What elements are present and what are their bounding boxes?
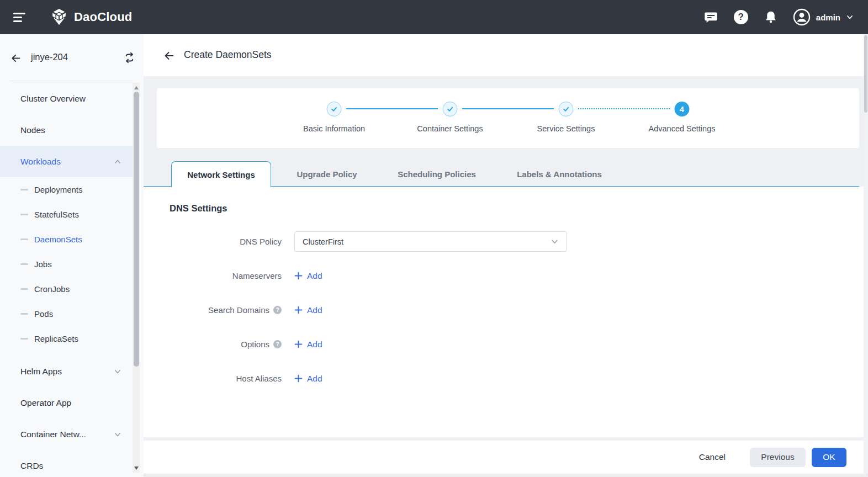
step-connector: [462, 108, 554, 109]
previous-button[interactable]: Previous: [750, 448, 806, 467]
sidebar-item-jobs[interactable]: Jobs: [0, 252, 133, 277]
dns-policy-label: DNS Policy: [240, 237, 282, 246]
main-vertical-scrollbar-thumb[interactable]: [864, 35, 867, 113]
page-back-icon[interactable]: [163, 50, 175, 64]
cluster-name: jinye-204: [31, 52, 68, 62]
sidebar-item-label: Deployments: [34, 185, 83, 194]
main-horizontal-scrollbar[interactable]: [144, 474, 868, 477]
cluster-back-icon[interactable]: [10, 52, 22, 66]
sidebar-item-label: Jobs: [34, 259, 52, 269]
host-aliases-label: Host Aliases: [236, 374, 282, 383]
hamburger-menu-icon[interactable]: [13, 13, 27, 22]
brand: DaoCloud: [50, 8, 132, 26]
chevron-down-icon: [551, 237, 559, 246]
dns-policy-row: DNS Policy ClusterFirst: [144, 231, 567, 252]
nameservers-add-button[interactable]: Add: [294, 271, 322, 281]
nameservers-row: Nameservers Add: [144, 266, 322, 286]
sidebar-item-replicasets[interactable]: ReplicaSets: [0, 326, 133, 351]
dash-icon: [20, 288, 28, 290]
search-domains-label: Search Domains: [208, 305, 269, 315]
daocloud-logo-icon: [50, 8, 68, 26]
sidebar-item-statefulsets[interactable]: StatefulSets: [0, 202, 133, 227]
main-vertical-scrollbar[interactable]: [864, 34, 868, 474]
brand-name: DaoCloud: [74, 10, 132, 24]
help-glyph: ?: [738, 12, 744, 23]
dash-icon: [20, 313, 28, 315]
dash-icon: [20, 263, 28, 265]
tab-content: DNS Settings DNS Policy ClusterFirst Nam…: [144, 187, 868, 437]
user-name: admin: [816, 13, 840, 22]
scroll-up-icon[interactable]: [133, 84, 140, 91]
section-title: DNS Settings: [170, 203, 227, 214]
tab-labels-annotations[interactable]: Labels & Annotations: [517, 161, 602, 187]
sidebar-scrollbar-thumb[interactable]: [134, 92, 139, 367]
sidebar-item-label: CRDs: [20, 461, 43, 471]
sidebar-item-pods[interactable]: Pods: [0, 301, 133, 326]
step-label: Container Settings: [417, 124, 483, 133]
step-3-done-icon: [559, 102, 574, 116]
app-root: DaoCloud ?: [0, 0, 868, 477]
sidebar: jinye-204 Cluster Overview Nodes Workloa…: [0, 34, 144, 477]
nameservers-label: Nameservers: [232, 271, 282, 280]
notifications-bell-icon[interactable]: [763, 9, 779, 25]
dns-policy-select[interactable]: ClusterFirst: [294, 231, 567, 252]
ok-button[interactable]: OK: [812, 448, 846, 467]
plus-icon: [294, 374, 303, 383]
sidebar-scrollbar[interactable]: [133, 83, 140, 473]
sidebar-item-label: ReplicaSets: [34, 334, 78, 343]
tab-bar: Network Settings Upgrade Policy Scheduli…: [144, 161, 859, 187]
help-icon[interactable]: ?: [733, 9, 749, 25]
chevron-down-icon: [114, 368, 121, 375]
tab-scheduling-policies[interactable]: Scheduling Policies: [398, 161, 476, 187]
sidebar-item-deployments[interactable]: Deployments: [0, 177, 133, 202]
switch-cluster-icon[interactable]: [124, 52, 135, 66]
sidebar-item-cronjobs[interactable]: CronJobs: [0, 277, 133, 301]
sidebar-item-label: Helm Apps: [20, 367, 62, 377]
cancel-button[interactable]: Cancel: [699, 452, 726, 462]
step-4-number: 4: [675, 102, 690, 116]
sidebar-item-label: StatefulSets: [34, 210, 79, 219]
page-title: Create DaemonSets: [184, 49, 272, 61]
dns-policy-value: ClusterFirst: [303, 237, 343, 246]
tab-network-settings[interactable]: Network Settings: [171, 161, 271, 187]
step-label: Advanced Settings: [649, 124, 716, 133]
options-add-button[interactable]: Add: [294, 340, 322, 349]
sidebar-item-daemonsets[interactable]: DaemonSets: [0, 227, 133, 252]
page-header: Create DaemonSets: [144, 34, 868, 76]
avatar: [793, 8, 811, 26]
options-label: Options: [241, 340, 269, 349]
stepper: 4 Basic Information Container Settings S…: [157, 88, 859, 148]
sidebar-header: jinye-204: [0, 34, 144, 81]
sidebar-item-label: DaemonSets: [34, 235, 82, 244]
dash-icon: [20, 189, 28, 190]
sidebar-item-crds[interactable]: CRDs: [0, 450, 133, 473]
scroll-down-icon[interactable]: [133, 464, 140, 471]
sidebar-item-label: CronJobs: [34, 284, 70, 294]
user-menu[interactable]: admin: [793, 8, 854, 26]
search-domains-row: Search Domains ? Add: [144, 300, 322, 320]
tab-upgrade-policy[interactable]: Upgrade Policy: [297, 161, 357, 187]
host-aliases-add-button[interactable]: Add: [294, 374, 322, 384]
step-label: Service Settings: [537, 124, 595, 133]
search-domains-add-button[interactable]: Add: [294, 305, 322, 315]
help-icon[interactable]: ?: [273, 340, 282, 348]
dash-icon: [20, 214, 28, 215]
step-2-done-icon: [443, 102, 458, 116]
help-icon[interactable]: ?: [273, 306, 282, 314]
message-icon[interactable]: [703, 9, 719, 25]
sidebar-item-label: Workloads: [20, 157, 61, 167]
sidebar-item-helm-apps[interactable]: Helm Apps: [0, 356, 133, 387]
sidebar-item-nodes[interactable]: Nodes: [0, 114, 133, 146]
sidebar-item-workloads[interactable]: Workloads: [0, 146, 133, 177]
plus-icon: [294, 272, 303, 280]
options-row: Options ? Add: [144, 334, 322, 354]
chevron-down-icon: [846, 13, 854, 21]
sidebar-item-cluster-overview[interactable]: Cluster Overview: [0, 83, 133, 114]
sidebar-item-label: Container Netw...: [20, 430, 86, 439]
dash-icon: [20, 239, 28, 240]
sidebar-item-container-network[interactable]: Container Netw...: [0, 418, 133, 450]
sidebar-item-operator-app[interactable]: Operator App: [0, 387, 133, 418]
sidebar-menu: Cluster Overview Nodes Workloads Deploym…: [0, 83, 133, 473]
dash-icon: [20, 338, 28, 340]
plus-icon: [294, 306, 303, 314]
